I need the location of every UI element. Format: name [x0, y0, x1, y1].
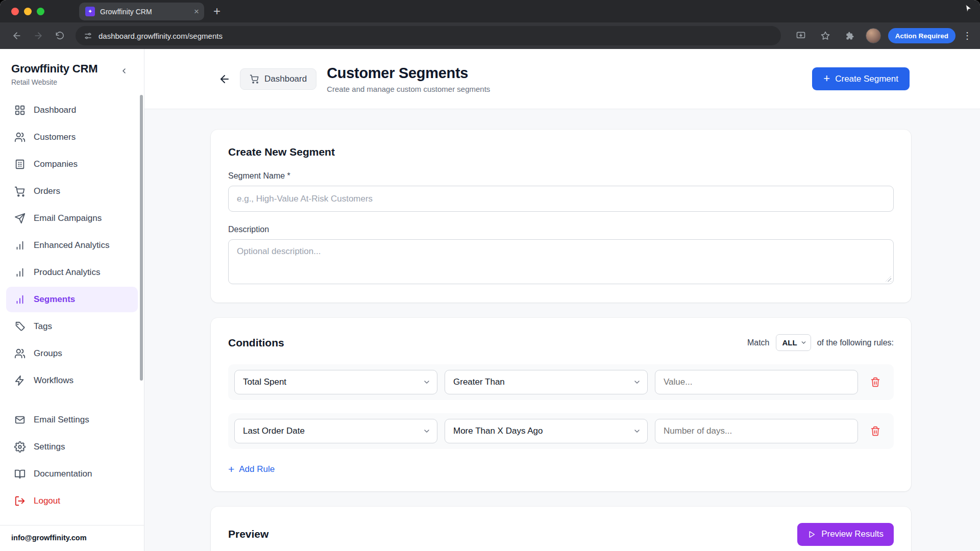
match-label: Match: [747, 338, 770, 347]
window-controls: [0, 8, 54, 15]
nav-label: Segments: [34, 294, 75, 305]
sidebar-item-companies[interactable]: Companies: [6, 152, 138, 177]
sidebar-item-enhanced-analytics[interactable]: Enhanced Analytics: [6, 233, 138, 258]
sidebar-item-documentation[interactable]: Documentation: [6, 461, 138, 487]
rule-operator-value: More Than X Days Ago: [453, 426, 543, 436]
dashboard-chip-button[interactable]: Dashboard: [240, 68, 316, 90]
toolbar-actions: Action Required ⋮: [788, 27, 972, 44]
close-window-button[interactable]: [11, 8, 19, 15]
zoom-window-button[interactable]: [37, 8, 44, 15]
extensions-puzzle-icon[interactable]: [841, 27, 859, 44]
rule-field-value: Last Order Date: [243, 426, 305, 436]
building-icon: [14, 159, 26, 170]
bookmark-star-icon[interactable]: [817, 27, 834, 44]
install-app-icon[interactable]: [792, 27, 810, 44]
profile-avatar[interactable]: [866, 28, 881, 43]
new-tab-button[interactable]: +: [213, 5, 220, 17]
sidebar-item-logout[interactable]: Logout: [6, 488, 138, 514]
title-block: Customer Segments Create and manage cust…: [327, 65, 490, 93]
browser-menu-icon[interactable]: ⋮: [963, 30, 972, 41]
page-header: Dashboard Customer Segments Create and m…: [144, 49, 980, 109]
sidebar-item-product-analytics[interactable]: Product Analytics: [6, 260, 138, 285]
match-group: Match ALL of the following rules:: [747, 334, 894, 351]
delete-rule-button[interactable]: [865, 372, 886, 392]
reload-icon[interactable]: [51, 27, 68, 44]
minimize-window-button[interactable]: [24, 8, 32, 15]
sidebar-item-email-settings[interactable]: Email Settings: [6, 407, 138, 433]
nav-label: Groups: [34, 348, 62, 359]
rule-operator-select[interactable]: Greater Than: [445, 370, 648, 394]
preview-title: Preview: [228, 528, 268, 540]
rule-field-select[interactable]: Total Spent: [234, 370, 437, 394]
rule-value-input[interactable]: [655, 370, 858, 394]
cart-icon: [250, 74, 259, 84]
rule-field-select[interactable]: Last Order Date: [234, 419, 437, 443]
nav-label: Customers: [34, 132, 76, 142]
main-content: Dashboard Customer Segments Create and m…: [144, 49, 980, 551]
match-select[interactable]: ALL: [776, 334, 811, 351]
page-subtitle: Create and manage custom customer segmen…: [327, 85, 490, 93]
chevron-down-icon: [800, 339, 807, 346]
nav-label: Documentation: [34, 469, 92, 479]
mail-icon: [14, 414, 26, 425]
sidebar-item-customers[interactable]: Customers: [6, 124, 138, 150]
forward-icon[interactable]: [30, 27, 47, 44]
site-favicon-icon: ✦: [85, 7, 95, 16]
chevron-down-icon: [633, 378, 641, 386]
preview-results-label: Preview Results: [821, 529, 884, 539]
nav-label: Dashboard: [34, 105, 76, 115]
sidebar-item-workflows[interactable]: Workflows: [6, 368, 138, 393]
create-segment-label: Create Segment: [835, 74, 898, 84]
create-card-title: Create New Segment: [228, 146, 894, 158]
page-back-button[interactable]: [218, 73, 231, 85]
preview-card: Preview Preview Results: [211, 507, 911, 551]
gear-icon: [14, 441, 26, 453]
condition-rule-row: Total Spent Greater Than: [228, 364, 894, 400]
nav-label: Logout: [34, 496, 60, 506]
url-bar[interactable]: dashboard.growffinity.com/segments: [76, 26, 781, 45]
users-icon: [14, 348, 26, 359]
back-icon[interactable]: [8, 27, 26, 44]
action-required-badge[interactable]: Action Required: [888, 28, 955, 43]
delete-rule-button[interactable]: [865, 421, 886, 441]
site-settings-icon[interactable]: [84, 32, 92, 40]
segment-name-input[interactable]: [228, 186, 894, 212]
book-icon: [14, 468, 26, 480]
rule-operator-select[interactable]: More Than X Days Ago: [445, 419, 648, 443]
conditions-card: Conditions Match ALL of the following ru…: [211, 318, 911, 491]
tag-icon: [14, 321, 26, 332]
sidebar-collapse-button[interactable]: [117, 64, 131, 78]
rule-operator-value: Greater Than: [453, 377, 505, 387]
tab-strip: ✦ Growffinity CRM × +: [0, 0, 980, 22]
play-icon: [807, 530, 816, 539]
cart-icon: [14, 186, 26, 197]
browser-tab[interactable]: ✦ Growffinity CRM ×: [79, 3, 204, 20]
rule-value-input[interactable]: [655, 419, 858, 443]
sidebar-item-settings[interactable]: Settings: [6, 434, 138, 460]
browser-toolbar: dashboard.growffinity.com/segments Actio…: [0, 22, 980, 49]
sidebar-item-dashboard[interactable]: Dashboard: [6, 97, 138, 123]
nav-label: Companies: [34, 159, 78, 169]
add-rule-button[interactable]: + Add Rule: [228, 464, 275, 474]
sidebar-item-email-campaigns[interactable]: Email Campaigns: [6, 206, 138, 231]
sidebar-scrollbar[interactable]: [140, 95, 143, 381]
sidebar-item-tags[interactable]: Tags: [6, 314, 138, 339]
trash-icon: [870, 377, 880, 387]
grid-icon: [14, 105, 26, 116]
nav-label: Email Campaigns: [34, 213, 102, 223]
page-scroll-area[interactable]: Create New Segment Segment Name * Descri…: [144, 109, 980, 551]
preview-results-button[interactable]: Preview Results: [797, 523, 894, 546]
create-segment-button[interactable]: + Create Segment: [812, 67, 910, 90]
rule-field-value: Total Spent: [243, 377, 286, 387]
tab-close-icon[interactable]: ×: [194, 7, 199, 16]
sidebar-item-segments[interactable]: Segments: [6, 287, 138, 312]
nav-label: Product Analytics: [34, 267, 100, 278]
segment-name-label: Segment Name *: [228, 171, 894, 181]
match-suffix: of the following rules:: [817, 338, 894, 347]
chevron-down-icon: [633, 427, 641, 435]
sidebar-item-groups[interactable]: Groups: [6, 341, 138, 366]
chevron-down-icon: [423, 427, 431, 435]
sidebar-item-orders[interactable]: Orders: [6, 179, 138, 204]
description-textarea[interactable]: [228, 239, 894, 284]
bar-chart-icon: [14, 240, 26, 251]
